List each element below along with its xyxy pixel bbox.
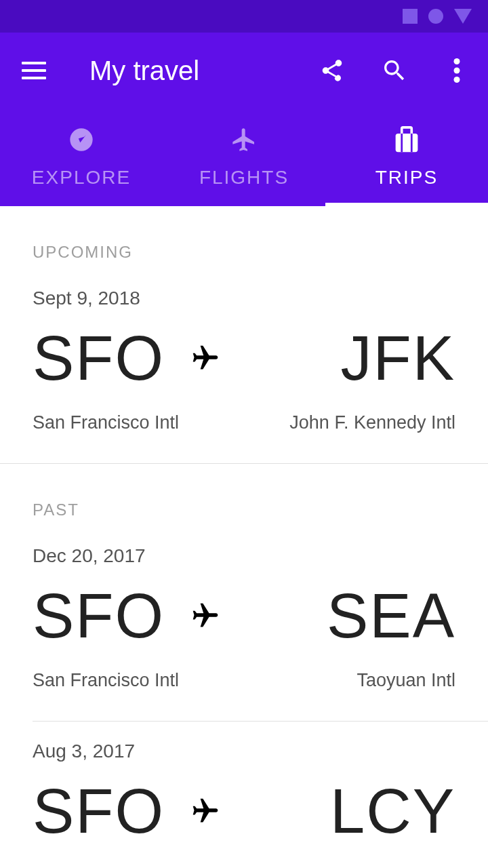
svg-rect-5 xyxy=(396,134,418,152)
trip-card[interactable]: Sept 9, 2018 SFO JFK San Francisco Intl … xyxy=(0,269,488,463)
dest-name: John F. Kennedy Intl xyxy=(289,412,455,433)
trip-date: Aug 3, 2017 xyxy=(33,741,455,762)
tab-label: EXPLORE xyxy=(32,167,131,189)
dest-name: London City xyxy=(358,865,455,868)
trip-card[interactable]: Dec 20, 2017 SFO SEA San Francisco Intl … xyxy=(0,526,488,721)
plane-icon xyxy=(165,796,246,826)
more-vert-icon[interactable] xyxy=(442,56,472,85)
plane-icon xyxy=(165,601,246,631)
app-bar: My travel EXPLORE FLIGHTS TRIPS xyxy=(0,33,488,206)
menu-icon[interactable] xyxy=(22,62,46,79)
trip-route: SFO JFK xyxy=(33,327,455,389)
tab-bar: EXPLORE FLIGHTS TRIPS xyxy=(0,108,488,206)
origin-name: San Francisco Intl xyxy=(33,670,179,691)
trip-airports: San Francisco Intl Taoyuan Intl xyxy=(33,670,455,691)
section-upcoming-label: UPCOMING xyxy=(0,206,488,269)
tab-label: TRIPS xyxy=(375,167,438,189)
status-circle-icon xyxy=(428,9,443,24)
svg-point-1 xyxy=(454,68,460,74)
trip-date: Sept 9, 2018 xyxy=(33,288,455,309)
suitcase-icon xyxy=(392,126,422,153)
svg-point-0 xyxy=(454,58,460,64)
top-row: My travel xyxy=(0,33,488,108)
trip-route: SFO SEA xyxy=(33,585,455,647)
tab-label: FLIGHTS xyxy=(199,167,289,189)
status-triangle-icon xyxy=(454,9,472,24)
svg-rect-6 xyxy=(402,127,412,135)
content: UPCOMING Sept 9, 2018 SFO JFK San Franci… xyxy=(0,206,488,868)
trip-airports: San Francisco Intl John F. Kennedy Intl xyxy=(33,412,455,433)
search-icon[interactable] xyxy=(380,56,409,85)
dest-code: SEA xyxy=(246,585,455,647)
dest-name: Taoyuan Intl xyxy=(357,670,455,691)
dest-code: LCY xyxy=(246,780,455,842)
section-past-label: PAST xyxy=(0,464,488,526)
status-square-icon xyxy=(403,9,418,24)
origin-name: San Francisco Intl xyxy=(33,412,179,433)
share-icon[interactable] xyxy=(317,56,347,85)
tab-trips[interactable]: TRIPS xyxy=(325,108,488,206)
trip-card[interactable]: Aug 3, 2017 SFO LCY San Francisco Intl L… xyxy=(0,722,488,868)
origin-name: San Francisco Intl xyxy=(33,865,179,868)
origin-code: SFO xyxy=(33,585,165,647)
page-title: My travel xyxy=(89,56,317,86)
tab-flights[interactable]: FLIGHTS xyxy=(163,108,325,206)
trip-route: SFO LCY xyxy=(33,780,455,842)
svg-point-2 xyxy=(454,77,460,83)
dest-code: JFK xyxy=(246,327,455,389)
trip-airports: San Francisco Intl London City xyxy=(33,865,455,868)
tab-explore[interactable]: EXPLORE xyxy=(0,108,163,206)
plane-icon xyxy=(165,343,246,373)
origin-code: SFO xyxy=(33,780,165,842)
trip-date: Dec 20, 2017 xyxy=(33,545,455,567)
airplane-icon xyxy=(230,126,258,153)
status-bar xyxy=(0,0,488,33)
compass-icon xyxy=(68,126,95,153)
action-icons xyxy=(317,56,472,85)
origin-code: SFO xyxy=(33,327,165,389)
